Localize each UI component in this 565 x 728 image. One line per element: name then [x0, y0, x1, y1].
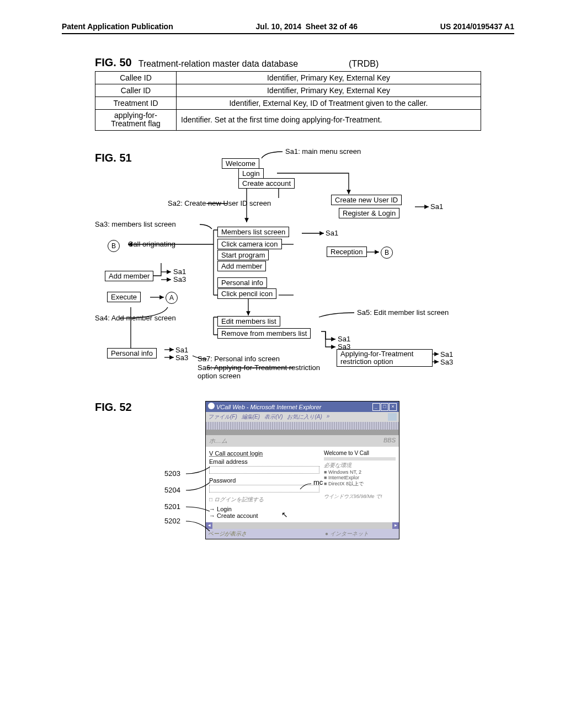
welcome-box: Welcome — [222, 158, 259, 169]
goto-sa3-a: Sa3 — [173, 275, 186, 283]
fig50-caption: Treatment-relation master data database — [138, 59, 298, 69]
login-box: Login — [238, 168, 264, 179]
page-header: Patent Application Publication Jul. 10, … — [62, 22, 514, 34]
table-row: applying-for-Treatment flagIdentifier. S… — [95, 110, 481, 131]
create-new-userid-box: Create new User ID — [331, 195, 402, 205]
circle-b-right: B — [381, 247, 393, 259]
goto-sa1-d: Sa1 — [338, 335, 350, 343]
edit-members-list-box: Edit members list — [217, 316, 280, 326]
header-sheet: Sheet 32 of 46 — [306, 22, 358, 31]
fig50-code: (TRDB) — [349, 59, 379, 69]
fig51-title: FIG. 51 — [95, 152, 132, 164]
header-publication: Patent Application Publication — [62, 22, 173, 31]
fig52-block: FIG. 52 VCall Web - Microsoft Internet E… — [62, 401, 514, 611]
header-docnum: US 2014/0195437 A1 — [440, 22, 514, 31]
callout-5201: 5201 — [164, 502, 180, 511]
cursor-icon: ↖ — [281, 510, 288, 519]
members-list-screen-box: Members list screen — [217, 227, 289, 237]
execute-box: Execute — [107, 292, 141, 302]
start-program-box: Start program — [217, 250, 269, 260]
sa7-label: Sa7: Personal info screen — [198, 355, 280, 363]
header-date: Jul. 10, 2014 — [256, 22, 302, 31]
click-pencil-box: Click pencil icon — [217, 288, 276, 299]
fig50-title: FIG. 50 — [95, 56, 132, 69]
fig51-diagram: FIG. 51 Sa1: main menu screen Welcome Lo… — [62, 142, 514, 395]
goto-sa1-b: Sa1 — [326, 229, 338, 237]
trdb-table: Callee IDIdentifier, Primary Key, Extern… — [95, 71, 481, 131]
sa6-label: Sa6: Applying-for-Treatment restriction … — [198, 363, 330, 380]
sa2-label: Sa2: Create new User ID screen — [168, 199, 271, 207]
call-originating-label: Call originating — [128, 240, 175, 248]
reception-box: Reception — [327, 247, 367, 257]
goto-sa3-d: Sa3 — [440, 358, 453, 366]
sa3-label: Sa3: members list screen — [95, 220, 176, 228]
circle-b-left: B — [108, 240, 120, 252]
register-login-box: Register & Login — [339, 208, 399, 218]
callout-5203: 5203 — [164, 469, 180, 478]
create-account-box: Create account — [238, 178, 295, 189]
personal-info-left-box: Personal info — [107, 348, 157, 358]
callout-mc: mc — [313, 478, 323, 486]
callout-5202: 5202 — [164, 517, 180, 525]
table-row: Callee IDIdentifier, Primary Key, Extern… — [95, 72, 481, 84]
sa1-label: Sa1: main menu screen — [285, 147, 361, 156]
goto-sa1-e: Sa1 — [175, 346, 188, 354]
table-row: Treatment IDIdentifier, External Key, ID… — [95, 97, 481, 110]
personal-info-box: Personal info — [217, 277, 267, 288]
remove-from-ml-box: Remove from members list — [217, 328, 311, 339]
goto-sa3-c: Sa3 — [175, 354, 188, 362]
goto-sa1-a: Sa1 — [430, 202, 443, 211]
table-row: Caller IDIdentifier, Primary Key, Extern… — [95, 84, 481, 97]
goto-sa1-c: Sa1 — [173, 267, 186, 276]
sa5-label: Sa5: Edit member list screen — [357, 308, 449, 317]
sa4-label: Sa4: Add member screen — [95, 314, 176, 322]
circle-a: A — [166, 292, 178, 304]
add-member-left-box: Add member — [105, 271, 153, 281]
applying-restriction-box: Applying-for-Treatment restriction optio… — [337, 349, 433, 367]
click-camera-box: Click camera icon — [217, 239, 282, 249]
callout-5204: 5204 — [164, 486, 180, 494]
add-member-box: Add member — [217, 261, 266, 271]
goto-sa1-f: Sa1 — [440, 350, 453, 358]
